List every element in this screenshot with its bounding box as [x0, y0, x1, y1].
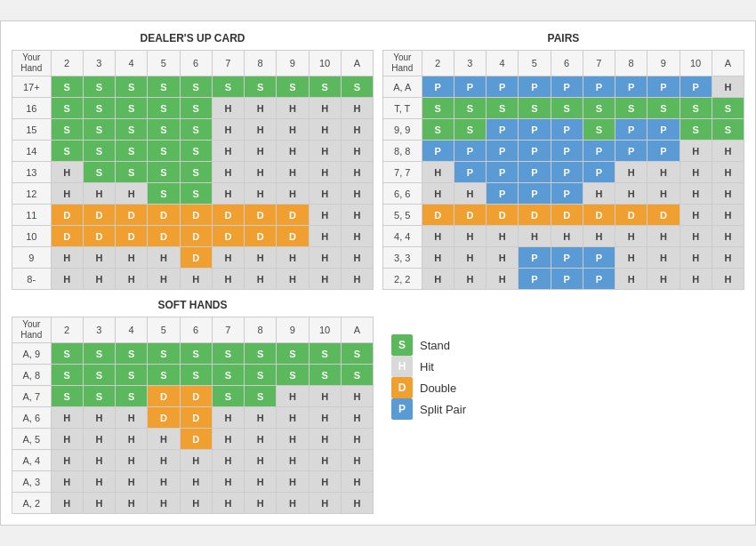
pairs-title: PAIRS [382, 32, 744, 44]
cell: S [180, 162, 212, 183]
cell: H [51, 450, 83, 471]
table-row: 11DDDDDDDDHH [12, 205, 374, 226]
cell: H [116, 183, 148, 205]
cell: H [341, 183, 373, 205]
cell: H [245, 407, 277, 429]
cell: D [245, 205, 277, 226]
cell: H [277, 429, 309, 450]
cell: D [180, 386, 212, 407]
cell: H [647, 183, 680, 205]
cell: P [647, 76, 680, 98]
cell: S [148, 365, 180, 386]
soft-col-3: 3 [83, 317, 115, 343]
cell: S [245, 365, 277, 386]
cell: H [148, 450, 180, 471]
legend-item: SStand [391, 334, 736, 356]
pair-col-6: 6 [551, 51, 583, 76]
hand-label: 4, 4 [383, 226, 422, 247]
cell: S [148, 76, 180, 98]
cell: H [680, 141, 712, 162]
cell: D [277, 205, 309, 226]
table-row: 12HHHSSHHHHH [12, 183, 374, 205]
legend-section: SStandHHitDDoublePSplit Pair [382, 325, 744, 514]
cell: D [487, 205, 519, 226]
table-row: A, 7SSSDDSSHHH [12, 386, 374, 407]
cell: S [454, 98, 486, 119]
hand-label: 16 [12, 98, 52, 119]
col-a: A [341, 51, 373, 76]
cell: S [51, 365, 83, 386]
hand-label: A, 7 [12, 386, 52, 407]
cell: H [277, 493, 309, 514]
soft-col-2: 2 [51, 317, 83, 343]
col-4: 4 [116, 51, 148, 76]
cell: H [309, 269, 341, 290]
cell: S [487, 98, 519, 119]
table-row: 17+SSSSSSSSSS [12, 76, 374, 98]
cell: H [277, 471, 309, 493]
cell: H [51, 407, 83, 429]
cell: S [148, 119, 180, 141]
cell: D [180, 429, 212, 450]
cell: H [615, 162, 647, 183]
cell: D [116, 226, 148, 247]
table-row: A, 4HHHHHHHHHH [12, 450, 374, 471]
hand-label: 9 [12, 247, 52, 269]
hand-label: 2, 2 [383, 269, 422, 290]
cell: S [277, 365, 309, 386]
table-row: A, 8SSSSSSSSSS [12, 365, 374, 386]
legend-label: Split Pair [420, 403, 466, 416]
hand-label: A, 4 [12, 450, 52, 471]
hand-label: A, 9 [12, 343, 52, 365]
cell: H [680, 269, 712, 290]
cell: D [148, 205, 180, 226]
cell: S [180, 98, 212, 119]
cell: S [51, 76, 83, 98]
col-9: 9 [277, 51, 309, 76]
cell: S [422, 98, 454, 119]
table-row: 8-HHHHHHHHHH [12, 269, 374, 290]
cell: H [277, 269, 309, 290]
table-row: T, TSSSSSSSSSS [383, 98, 744, 119]
col-10: 10 [309, 51, 341, 76]
cell: H [212, 450, 244, 471]
cell: H [51, 471, 83, 493]
hand-label: A, 3 [12, 471, 52, 493]
main-container: DEALER'S UP CARD YourHand 2 3 4 5 6 7 8 … [0, 20, 756, 526]
cell: S [583, 98, 615, 119]
cell: H [277, 141, 309, 162]
cell: H [212, 407, 244, 429]
cell: P [551, 247, 583, 269]
cell: D [180, 407, 212, 429]
cell: S [277, 343, 309, 365]
cell: H [422, 226, 454, 247]
cell: P [519, 183, 551, 205]
hand-label: 17+ [12, 76, 52, 98]
cell: H [148, 429, 180, 450]
table-row: 13HSSSSHHHHH [12, 162, 374, 183]
cell: H [422, 247, 454, 269]
cell: S [51, 141, 83, 162]
soft-col-7: 7 [212, 317, 244, 343]
hand-label: 8- [12, 269, 52, 290]
table-row: A, 3HHHHHHHHHH [12, 471, 374, 493]
cell: H [309, 493, 341, 514]
dealers-up-card-title: DEALER'S UP CARD [12, 32, 374, 44]
legend-label: Stand [420, 339, 450, 352]
cell: H [277, 407, 309, 429]
cell: S [180, 365, 212, 386]
cell: S [148, 98, 180, 119]
col-8: 8 [245, 51, 277, 76]
soft-hands-table: YourHand 2 3 4 5 6 7 8 9 10 A A, 9SSSSSS… [12, 317, 374, 514]
cell: D [148, 386, 180, 407]
cell: S [180, 343, 212, 365]
cell: H [309, 98, 341, 119]
cell: S [51, 119, 83, 141]
cell: H [712, 247, 744, 269]
cell: D [422, 205, 454, 226]
cell: H [83, 407, 115, 429]
cell: S [180, 119, 212, 141]
table-row: 15SSSSSHHHHH [12, 119, 374, 141]
legend-box: P [391, 398, 413, 420]
cell: H [309, 226, 341, 247]
